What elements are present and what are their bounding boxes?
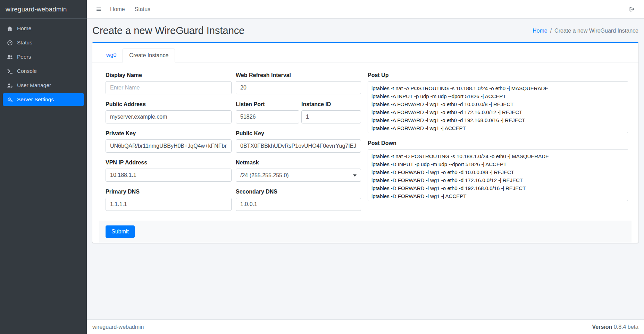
logout-icon [629,6,635,12]
sidebar-item-label: Home [17,25,31,32]
top-navbar: Home Status [87,0,644,19]
sidebar-item-server-settings[interactable]: Server Settings [3,93,84,106]
breadcrumb-separator: / [550,28,552,34]
instance-id-label: Instance ID [301,101,361,108]
brand[interactable]: wireguard-webadmin [0,0,87,19]
post-up-textarea[interactable]: iptables -t nat -A POSTROUTING -s 10.188… [368,81,628,133]
vpn-ip-field[interactable] [106,169,232,182]
home-icon [6,26,14,32]
form-actions: Submit [99,221,632,243]
sidebar-item-label: Peers [17,54,31,60]
form-column-left: Display Name Public Address Private Key [106,72,232,218]
logout-button[interactable] [626,3,638,15]
user-manager-icon [6,83,14,88]
sidebar: wireguard-webadmin Home Status Peers [0,0,87,334]
sidebar-item-console[interactable]: Console [3,65,84,77]
breadcrumb: Home / Create a new WireGuard Instance [533,28,638,34]
instance-id-field[interactable] [301,110,361,123]
public-address-field[interactable] [106,110,232,123]
topnav-link-home[interactable]: Home [105,3,130,15]
topnav-link-status[interactable]: Status [130,3,155,15]
peers-icon [6,54,14,60]
breadcrumb-current: Create a new WireGuard Instance [554,28,638,34]
public-key-label: Public Key [236,130,361,137]
version-value: 0.8.4 beta [614,324,638,330]
instance-tabs: wg0 Create Instance [92,49,638,62]
sidebar-item-user-manager[interactable]: User Manager [3,79,84,92]
sidebar-item-home[interactable]: Home [3,22,84,35]
public-key-field[interactable] [236,139,361,153]
port-id-row: Listen Port Instance ID [236,101,361,130]
tab-wg0[interactable]: wg0 [100,49,123,62]
sidebar-item-label: User Manager [17,82,51,88]
web-refresh-interval-label: Web Refresh Interval [236,72,361,78]
display-name-field[interactable] [106,81,232,94]
private-key-field[interactable] [106,139,232,153]
hamburger-icon [96,6,102,12]
post-down-label: Post Down [368,140,628,146]
netmask-select[interactable]: /24 (255.255.255.0) [236,169,361,182]
post-up-label: Post Up [368,72,628,78]
private-key-label: Private Key [106,130,232,137]
form-column-middle: Web Refresh Interval Listen Port Instanc… [236,72,361,218]
display-name-label: Display Name [106,72,232,78]
main-area: Home Status Create a new WireGuard Insta… [87,0,644,334]
status-icon [6,40,14,46]
content-body: wg0 Create Instance Display Name Public … [87,42,644,243]
listen-port-label: Listen Port [236,101,299,108]
sidebar-item-status[interactable]: Status [3,36,84,49]
sidebar-item-peers[interactable]: Peers [3,51,84,63]
page-title: Create a new WireGuard Instance [92,25,244,36]
app-root: wireguard-webadmin Home Status Peers [0,0,644,334]
primary-dns-field[interactable] [106,198,232,211]
sidebar-item-label: Status [17,40,32,46]
form-column-right: Post Up iptables -t nat -A POSTROUTING -… [368,72,628,218]
vpn-ip-label: VPN IP Address [106,160,232,166]
netmask-label: Netmask [236,160,361,166]
instance-card: wg0 Create Instance Display Name Public … [92,42,638,243]
listen-port-field[interactable] [236,110,299,123]
footer-brand: wireguard-webadmin [92,324,144,330]
main-footer: wireguard-webadmin Version 0.8.4 beta [87,319,644,334]
breadcrumb-home-link[interactable]: Home [533,28,547,34]
content: Create a new WireGuard Instance Home / C… [87,19,644,319]
sidebar-menu: Home Status Peers Console [0,19,87,111]
submit-button[interactable]: Submit [106,225,135,238]
secondary-dns-field[interactable] [236,198,361,211]
web-refresh-interval-field[interactable] [236,81,361,94]
public-address-label: Public Address [106,101,232,108]
sidebar-item-label: Console [17,68,37,74]
version-text: Version 0.8.4 beta [592,324,638,330]
instance-form: Display Name Public Address Private Key [92,62,638,218]
server-settings-icon [6,97,14,103]
sidebar-toggle-button[interactable] [92,3,105,15]
secondary-dns-label: Secondary DNS [236,189,361,195]
sidebar-item-label: Server Settings [17,96,54,103]
post-down-textarea[interactable]: iptables -t nat -D POSTROUTING -s 10.188… [368,149,628,201]
console-icon [6,68,14,74]
tab-create-instance[interactable]: Create Instance [123,49,175,62]
content-header: Create a new WireGuard Instance Home / C… [87,19,644,42]
version-label: Version [592,324,612,330]
primary-dns-label: Primary DNS [106,189,232,195]
